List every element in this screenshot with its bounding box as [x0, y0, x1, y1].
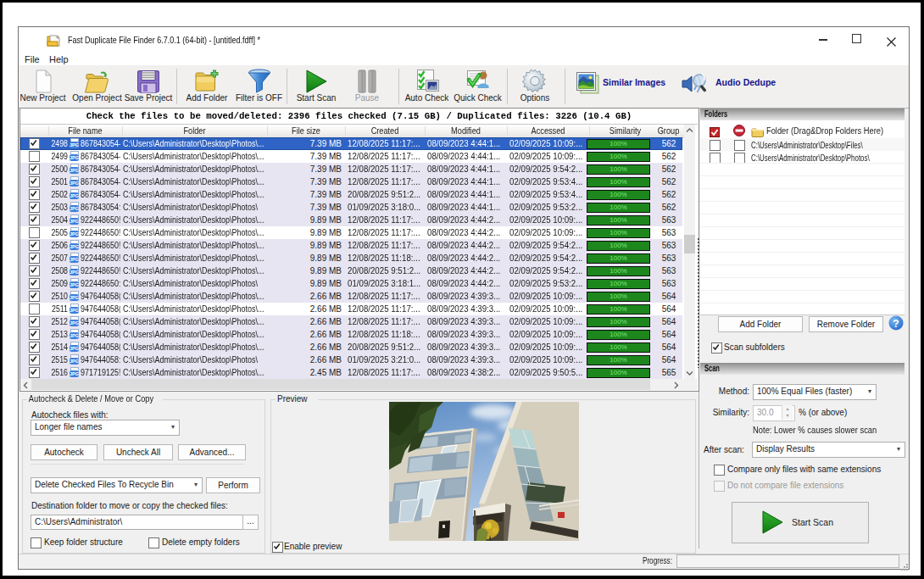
svg-text:?: ? — [893, 318, 899, 330]
